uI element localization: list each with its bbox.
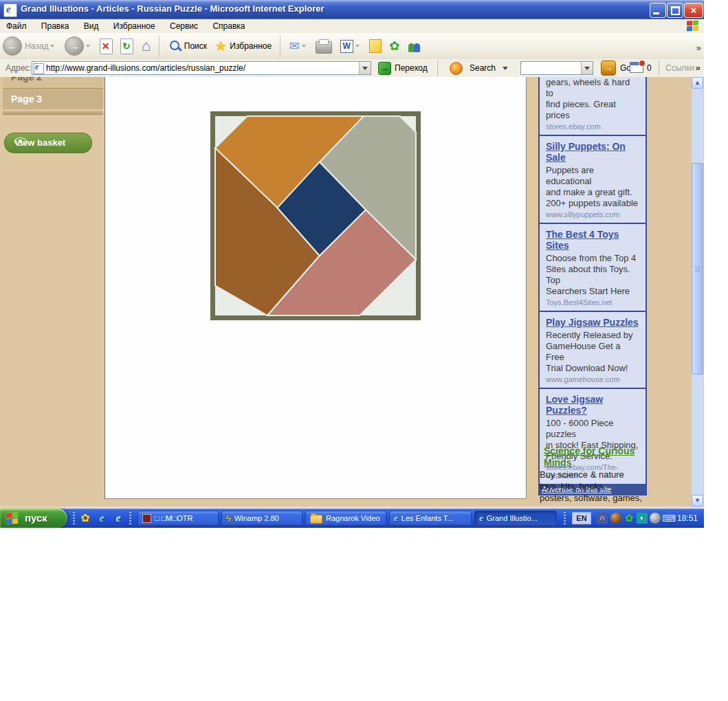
back-dropdown-icon[interactable] xyxy=(50,45,54,47)
address-input[interactable]: e http://www.grand-illusions.com/article… xyxy=(32,61,371,75)
task-button-les-enfants[interactable]: e Les Enfants T... xyxy=(389,511,472,526)
back-button[interactable]: ← Назад xyxy=(0,33,59,59)
view-basket-button[interactable]: View basket xyxy=(4,133,92,153)
links-chevron[interactable]: » xyxy=(696,63,701,73)
search-dropdown-icon[interactable] xyxy=(503,67,508,70)
ad-url[interactable]: www.gamehouse.com xyxy=(546,374,639,383)
quicklaunch-ie-icon[interactable]: e xyxy=(96,512,108,524)
quicklaunch-winamp-icon[interactable]: ✿ xyxy=(79,512,91,524)
mail-button[interactable]: ✉ xyxy=(287,33,311,59)
quicklaunch-separator xyxy=(129,512,131,524)
toolbar-overflow-chevron[interactable]: » xyxy=(696,43,701,53)
messenger-people-icon xyxy=(408,40,421,52)
restore-button[interactable] xyxy=(667,3,683,18)
links-label[interactable]: Ссылки xyxy=(665,63,694,73)
search-toolbar-button[interactable]: Search xyxy=(445,61,511,75)
menu-help[interactable]: Справка xyxy=(206,19,251,31)
word-dropdown-icon[interactable] xyxy=(355,45,360,47)
scroll-down-button[interactable]: ▼ xyxy=(692,495,703,507)
home-icon: ⌂ xyxy=(142,38,151,54)
desktop-screen: e Grand Illustions - Articles - Russian … xyxy=(0,0,704,528)
folder-icon xyxy=(310,515,322,524)
taskbar-clock[interactable]: 18:51 xyxy=(677,513,698,523)
icq-tray-icon[interactable]: ✿ xyxy=(624,513,635,524)
task-button-winamp[interactable]: ϟ Winamp 2.80 xyxy=(221,511,302,526)
standard-toolbar: ← Назад → ✕ ↻ ⌂ Поиск ★ Избранное ✉ xyxy=(0,33,704,60)
browser-viewport: Page 2 Page 3 View basket gears, wheels … xyxy=(0,77,704,507)
refresh-button[interactable]: ↻ xyxy=(118,33,136,59)
popup-blocker-icon[interactable] xyxy=(630,62,643,73)
ie-icon: e xyxy=(479,513,483,524)
ad-title-link[interactable]: Play Jigsaw Puzzles xyxy=(546,317,639,328)
edit-word-button[interactable]: W xyxy=(338,33,364,59)
player-tray-icon[interactable]: ◐ xyxy=(637,513,648,524)
toolbar-separator xyxy=(159,36,159,56)
volume-tray-icon[interactable] xyxy=(650,513,661,524)
menu-tools[interactable]: Сервис xyxy=(164,19,204,31)
go-arrow-icon: → xyxy=(601,60,616,76)
scroll-up-button[interactable]: ▲ xyxy=(692,77,703,89)
stop-button[interactable]: ✕ xyxy=(97,33,115,59)
taskbar: пуск ✿ e e □ □М□OTR ϟ Winamp 2.80 Ragnar… xyxy=(0,509,704,528)
ad-title-link[interactable]: Love Jigsaw Puzzles? xyxy=(546,394,639,416)
menu-view[interactable]: Вид xyxy=(78,19,105,31)
title-bar: e Grand Illustions - Articles - Russian … xyxy=(0,0,704,20)
go-button[interactable]: → Go xyxy=(597,60,631,76)
language-indicator[interactable]: EN xyxy=(572,512,591,524)
ie-app-icon: e xyxy=(3,3,17,17)
favorites-star-icon: ★ xyxy=(214,39,227,53)
task-button-grand-illusions[interactable]: e Grand Illustio... xyxy=(474,511,557,526)
print-button[interactable] xyxy=(313,33,335,59)
back-arrow-icon: ← xyxy=(3,36,22,56)
ads-column: gears, wheels & hard to find pieces. Gre… xyxy=(538,77,647,496)
menu-favorites[interactable]: Избранное xyxy=(107,19,162,31)
address-dropdown-button[interactable] xyxy=(359,62,371,74)
task-button-ragnarok[interactable]: Ragnarok Video xyxy=(305,511,386,526)
scrollbar-thumb[interactable] xyxy=(692,163,703,375)
page-icon: e xyxy=(34,63,44,74)
task-button-otr[interactable]: □ □М□OTR xyxy=(137,511,219,526)
icq-button[interactable]: ✿ xyxy=(386,33,402,59)
headphones-tray-icon[interactable]: ∩ xyxy=(597,513,608,524)
search-combo-input[interactable] xyxy=(520,61,593,75)
minimize-button[interactable] xyxy=(650,3,666,18)
sphere-tray-icon[interactable] xyxy=(610,513,621,524)
perehod-arrow-icon: → xyxy=(378,62,391,75)
mail-icon: ✉ xyxy=(289,40,300,52)
page-scrollbar[interactable]: ▲ ▼ xyxy=(692,77,703,507)
ad-url[interactable]: www.sillypuppets.com xyxy=(546,209,639,219)
ad-title-link[interactable]: Silly Puppets: On Sale xyxy=(546,141,639,163)
word-icon: W xyxy=(340,40,353,53)
sidebar-item-page2[interactable]: Page 2 xyxy=(3,77,103,89)
quicklaunch-ie-alt-icon[interactable]: e xyxy=(112,512,124,524)
menu-file[interactable]: Файл xyxy=(0,19,33,31)
sticky-note-icon xyxy=(369,39,382,53)
tray-separator xyxy=(564,512,566,524)
ad-block: The Best 4 Toys Sites Choose from the To… xyxy=(540,223,646,311)
stop-icon: ✕ xyxy=(100,38,113,54)
windows-logo-icon xyxy=(687,20,698,31)
ad-url[interactable]: stores.ebay.com xyxy=(546,121,639,131)
start-button[interactable]: пуск xyxy=(0,509,67,528)
search-combo-dropdown[interactable] xyxy=(581,62,593,74)
ad-url[interactable]: Toys.Best4Sites.net xyxy=(546,297,639,307)
popup-blocked-count: 0 xyxy=(647,63,652,73)
menu-edit[interactable]: Правка xyxy=(35,19,76,31)
refresh-icon: ↻ xyxy=(120,38,133,54)
notes-button[interactable] xyxy=(366,33,384,59)
ad-block: gears, wheels & hard to find pieces. Gre… xyxy=(540,77,646,135)
close-button[interactable]: × xyxy=(684,3,703,18)
favorites-button[interactable]: ★ Избранное xyxy=(212,33,274,59)
messenger-button[interactable] xyxy=(405,33,424,59)
ad-title-link[interactable]: The Best 4 Toys Sites xyxy=(546,229,639,251)
forward-button[interactable]: → xyxy=(62,33,95,59)
perehod-button[interactable]: → Переход xyxy=(375,61,428,75)
search-sun-icon xyxy=(450,62,463,75)
forward-dropdown-icon[interactable] xyxy=(86,45,90,47)
mail-dropdown-icon[interactable] xyxy=(302,45,306,47)
keyboard-tray-icon[interactable]: ⌨ xyxy=(662,513,673,524)
search-button[interactable]: Поиск xyxy=(166,33,210,59)
home-button[interactable]: ⌂ xyxy=(139,33,153,59)
sidebar-item-page3[interactable]: Page 3 xyxy=(3,89,103,109)
science-title-link[interactable]: Science for Curious Minds xyxy=(540,445,647,469)
